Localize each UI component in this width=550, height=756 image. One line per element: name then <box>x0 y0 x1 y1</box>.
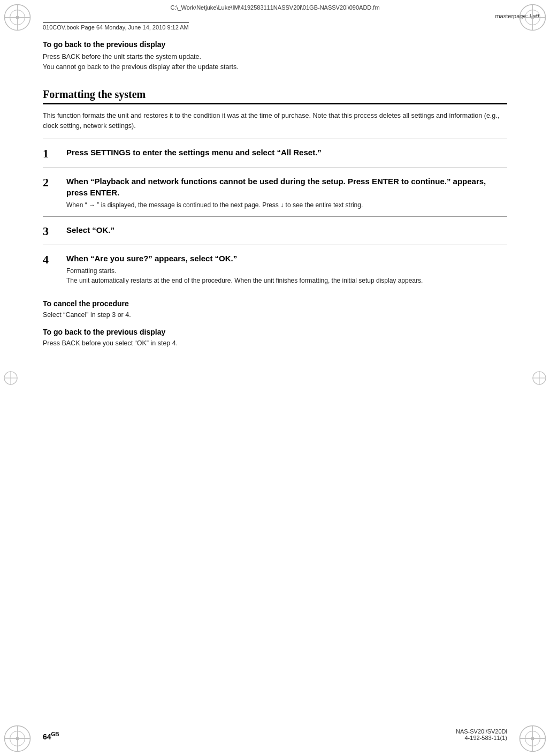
goto-back-top-title: To go back to the previous display <box>43 40 507 49</box>
step-1-number: 1 <box>43 147 58 161</box>
goto-back-top-body: Press BACK before the unit starts the sy… <box>43 52 507 72</box>
catalog-number: 4-192-583-11(1) <box>456 735 507 741</box>
main-content: To go back to the previous display Press… <box>43 40 507 713</box>
goto-back-bottom-body: Press BACK before you select “OK” in ste… <box>43 338 507 349</box>
step-4-main: When “Are you sure?” appears, select “OK… <box>66 253 507 264</box>
goto-back-bottom-title: To go back to the previous display <box>43 328 507 336</box>
svg-point-4 <box>16 16 19 19</box>
section-goto-back-top: To go back to the previous display Press… <box>43 40 507 72</box>
product-name: NAS-SV20i/SV20Di <box>456 728 507 735</box>
step-1-main: Press SETTINGS to enter the settings men… <box>66 147 507 158</box>
goto-back-bottom-section: To go back to the previous display Press… <box>43 328 507 349</box>
corner-decoration-tr <box>518 3 547 32</box>
step-3-number: 3 <box>43 224 58 238</box>
step-3-content: Select “OK.” <box>66 224 507 238</box>
step-2-number: 2 <box>43 176 58 190</box>
formatting-title: Formatting the system <box>43 88 507 104</box>
goto-back-top-body-line2: You cannot go back to the previous displ… <box>43 63 239 71</box>
corner-decoration-bl <box>3 724 32 753</box>
step-2: 2 When “Playback and network functions c… <box>43 168 507 216</box>
goto-back-top-body-line1: Press BACK before the unit starts the sy… <box>43 53 201 61</box>
side-decoration-right <box>531 370 547 386</box>
formatting-intro: This function formats the unit and resto… <box>43 111 507 132</box>
step-1-content: Press SETTINGS to enter the settings men… <box>66 147 507 160</box>
step-4-sub: Formatting starts. The unit automaticall… <box>66 266 507 285</box>
step-2-content: When “Playback and network functions can… <box>66 176 507 210</box>
step-2-main: When “Playback and network functions can… <box>66 176 507 198</box>
step-4-content: When “Are you sure?” appears, select “OK… <box>66 253 507 285</box>
footer-right: NAS-SV20i/SV20Di 4-192-583-11(1) <box>456 728 507 741</box>
svg-point-14 <box>16 737 19 740</box>
corner-decoration-br <box>518 724 547 753</box>
step-3-main: Select “OK.” <box>66 224 507 236</box>
cancel-body: Select “Cancel” in step 3 or 4. <box>43 310 507 320</box>
svg-point-9 <box>531 16 534 19</box>
cancel-title: To cancel the procedure <box>43 299 507 308</box>
header-filepath: C:\_Work\Netjuke\Luke\IM\4192583111NASSV… <box>0 4 550 11</box>
step-3: 3 Select “OK.” <box>43 216 507 245</box>
page-container: C:\_Work\Netjuke\Luke\IM\4192583111NASSV… <box>0 0 550 756</box>
cancel-section: To cancel the procedure Select “Cancel” … <box>43 299 507 320</box>
side-decoration-left <box>3 370 19 386</box>
svg-point-19 <box>531 737 534 740</box>
page-number: 64GB <box>43 731 59 741</box>
book-info: 010COV.book Page 64 Monday, June 14, 201… <box>43 22 189 31</box>
step-2-sub: When “ → ” is displayed, the message is … <box>66 200 507 210</box>
formatting-section: Formatting the system This function form… <box>43 88 507 349</box>
page-superscript: GB <box>51 731 59 737</box>
step-4-number: 4 <box>43 253 58 267</box>
corner-decoration-tl <box>3 3 32 32</box>
step-4: 4 When “Are you sure?” appears, select “… <box>43 245 507 292</box>
step-1: 1 Press SETTINGS to enter the settings m… <box>43 139 507 167</box>
